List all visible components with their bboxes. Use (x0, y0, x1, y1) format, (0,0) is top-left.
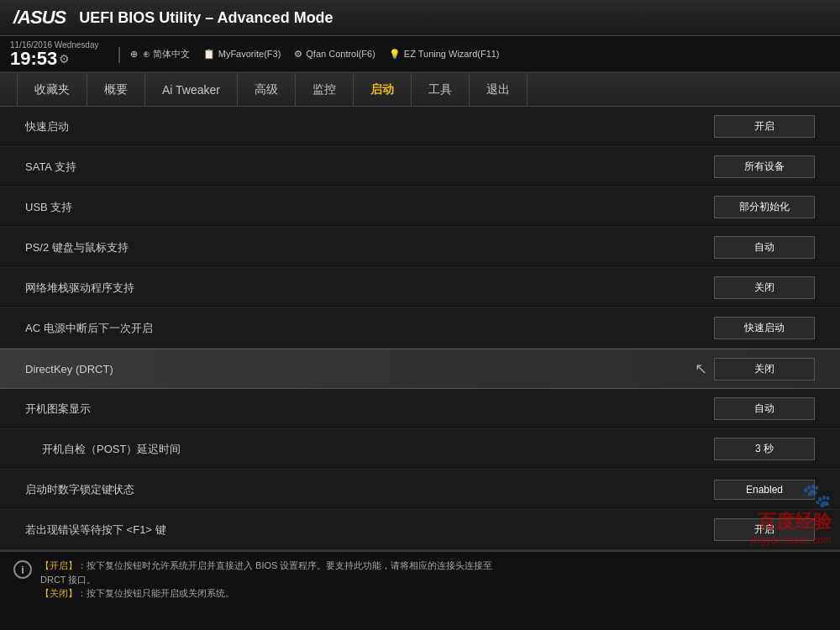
info-highlight-2: 【关闭】 (40, 588, 77, 598)
setting-value-network[interactable]: 关闭 (714, 276, 815, 299)
setting-label-network: 网络堆栈驱动程序支持 (25, 281, 714, 296)
setting-row-f1-error: 若出现错误等待按下 <F1> 键 开启 (0, 510, 840, 550)
header: /ASUS UEFI BIOS Utility – Advanced Mode (0, 0, 840, 36)
asus-logo: /ASUS (13, 7, 66, 29)
setting-value-ps2[interactable]: 自动 (714, 236, 815, 259)
setting-value-sata[interactable]: 所有设备 (714, 155, 815, 178)
eztuning-label: EZ Tuning Wizard(F11) (404, 49, 500, 59)
setting-value-post-delay[interactable]: 3 秒 (714, 438, 815, 460)
nav-item-boot[interactable]: 启动 (354, 73, 412, 107)
watermark-paw: 🐾 (750, 481, 832, 509)
wand-icon: 💡 (389, 49, 401, 60)
setting-row-usb: USB 支持 部分初始化 (0, 187, 840, 228)
setting-row-sata: SATA 支持 所有设备 (0, 147, 840, 187)
qfan-label: Qfan Control(F6) (306, 49, 375, 59)
setting-value-quick-boot[interactable]: 开启 (714, 115, 815, 138)
qfan-button[interactable]: ⚙ Qfan Control(F6) (294, 49, 375, 60)
setting-row-numlock: 启动时数字锁定键状态 Enabled (0, 470, 840, 510)
setting-row-post-delay: 开机自检（POST）延迟时间 3 秒 (0, 429, 840, 470)
setting-row-boot-logo: 开机图案显示 自动 (0, 389, 840, 429)
setting-label-boot-logo: 开机图案显示 (25, 402, 714, 417)
setting-label-ac-power: AC 电源中断后下一次开启 (25, 321, 714, 336)
myfavorite-button[interactable]: 📋 MyFavorite(F3) (203, 49, 281, 60)
setting-value-boot-logo[interactable]: 自动 (714, 397, 815, 420)
topbar: 11/16/2016 Wednesday 19:53 ⚙ | ⊕ ⊕ 简体中文 … (0, 36, 840, 73)
setting-label-f1-error: 若出现错误等待按下 <F1> 键 (25, 522, 714, 538)
divider-1: | (117, 45, 121, 64)
settings-area: 快速启动 开启 SATA 支持 所有设备 USB 支持 部分初始化 PS/2 键… (0, 107, 840, 550)
setting-row-ps2: PS/2 键盘与鼠标支持 自动 (0, 228, 840, 268)
setting-label-usb: USB 支持 (25, 200, 714, 215)
lang-button[interactable]: ⊕ ⊕ 简体中文 (130, 48, 190, 60)
datetime-block: 11/16/2016 Wednesday 19:53 ⚙ (10, 40, 98, 68)
setting-label-sata: SATA 支持 (25, 160, 714, 175)
gear-icon[interactable]: ⚙ (59, 52, 70, 66)
nav-item-monitor[interactable]: 监控 (296, 73, 354, 107)
lang-label: ⊕ 简体中文 (143, 48, 190, 60)
setting-label-directkey: DirectKey (DRCT) (25, 363, 695, 375)
setting-label-post-delay: 开机自检（POST）延迟时间 (42, 442, 714, 457)
setting-value-usb[interactable]: 部分初始化 (714, 196, 815, 218)
setting-value-ac-power[interactable]: 快速启动 (714, 317, 815, 339)
info-highlight-1: 【开启】 (40, 560, 77, 570)
cursor-icon: ↖ (695, 360, 707, 378)
setting-row-ac-power: AC 电源中断后下一次开启 快速启动 (0, 308, 840, 349)
nav-bar: 收藏夹 概要 Ai Tweaker 高级 监控 启动 工具 退出 (0, 73, 840, 107)
setting-label-numlock: 启动时数字锁定键状态 (25, 482, 714, 497)
nav-item-favorites[interactable]: 收藏夹 (17, 73, 87, 107)
nav-item-aitweaker[interactable]: Ai Tweaker (145, 73, 238, 107)
info-panel: i 【开启】：按下复位按钮时允许系统开启并直接进入 BIOS 设置程序。要支持此… (0, 550, 840, 630)
info-text: 【开启】：按下复位按钮时允许系统开启并直接进入 BIOS 设置程序。要支持此功能… (40, 559, 492, 601)
setting-row-network: 网络堆栈驱动程序支持 关闭 (0, 268, 840, 308)
watermark-sub: jingyan.baidu.com (750, 534, 832, 546)
info-icon: i (13, 560, 32, 579)
time-text: 19:53 (10, 50, 57, 68)
watermark: 🐾 百度经验 jingyan.baidu.com (750, 481, 832, 546)
setting-value-directkey[interactable]: 关闭 (714, 358, 815, 381)
setting-row-quick-boot: 快速启动 开启 (0, 107, 840, 147)
bookmark-icon: 📋 (203, 49, 215, 60)
bios-title: UEFI BIOS Utility – Advanced Mode (79, 9, 827, 27)
setting-label-quick-boot: 快速启动 (25, 119, 714, 134)
watermark-text: 百度经验 (750, 509, 832, 534)
nav-item-overview[interactable]: 概要 (87, 73, 145, 107)
fan-icon: ⚙ (294, 49, 302, 60)
setting-label-ps2: PS/2 键盘与鼠标支持 (25, 240, 714, 255)
nav-item-advanced[interactable]: 高级 (238, 73, 296, 107)
nav-item-exit[interactable]: 退出 (470, 73, 528, 107)
eztuning-button[interactable]: 💡 EZ Tuning Wizard(F11) (389, 49, 500, 60)
myfavorite-label: MyFavorite(F3) (218, 49, 281, 59)
nav-item-tools[interactable]: 工具 (412, 73, 470, 107)
setting-row-directkey: DirectKey (DRCT) ↖ 关闭 (0, 349, 840, 389)
globe-icon: ⊕ (130, 49, 138, 60)
